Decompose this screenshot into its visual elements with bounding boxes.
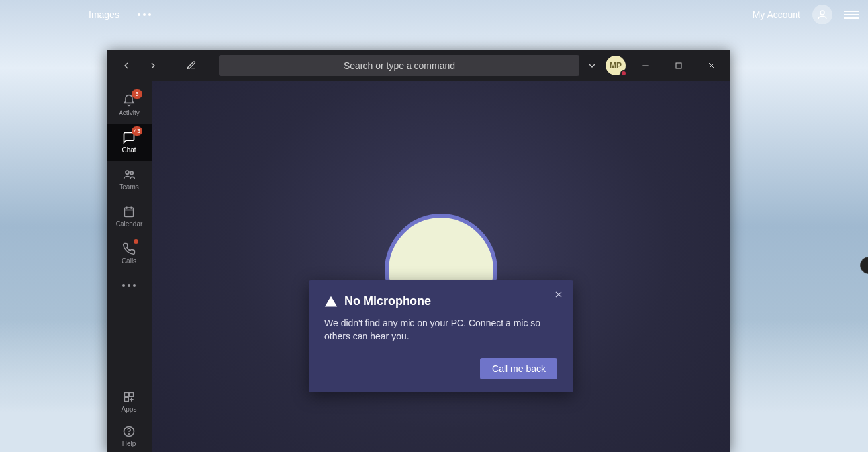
- rail-help-label: Help: [122, 440, 136, 447]
- hamburger-menu-icon[interactable]: [844, 9, 859, 21]
- rail-calendar[interactable]: Calendar: [107, 198, 152, 235]
- maximize-button[interactable]: [665, 55, 692, 76]
- back-button[interactable]: [116, 55, 137, 76]
- svg-rect-12: [130, 392, 134, 396]
- rail-chat-label: Chat: [122, 146, 136, 154]
- rail-more[interactable]: [107, 272, 152, 298]
- call-me-back-button[interactable]: Call me back: [480, 358, 557, 379]
- svg-rect-2: [676, 63, 681, 68]
- minimize-button[interactable]: [632, 55, 659, 76]
- rail-help[interactable]: Help: [107, 420, 152, 452]
- chat-badge: 43: [132, 126, 142, 136]
- svg-point-5: [126, 171, 129, 174]
- svg-point-6: [130, 171, 133, 174]
- app-rail: Activity 5 Chat 43 Teams Calendar Calls: [107, 81, 152, 452]
- profile-initials: MP: [610, 61, 622, 70]
- user-avatar-icon[interactable]: [812, 5, 832, 24]
- activity-badge: 5: [132, 89, 142, 99]
- warning-icon: [324, 295, 338, 308]
- help-icon: [122, 425, 136, 438]
- close-window-button[interactable]: [699, 55, 725, 76]
- rail-chat[interactable]: Chat 43: [107, 124, 152, 161]
- title-bar: Search or type a command MP: [107, 50, 730, 81]
- svg-point-17: [129, 434, 130, 435]
- rail-calls[interactable]: Calls: [107, 235, 152, 272]
- rail-calendar-label: Calendar: [116, 220, 143, 228]
- dialog-title: No Microphone: [344, 294, 431, 308]
- close-icon: [554, 290, 563, 299]
- svg-rect-11: [124, 392, 128, 396]
- my-account-link[interactable]: My Account: [753, 9, 800, 20]
- chevron-down-icon[interactable]: [585, 55, 599, 76]
- apps-icon: [122, 390, 136, 404]
- svg-rect-7: [124, 208, 133, 216]
- dialog-close-button[interactable]: [552, 288, 565, 301]
- rail-teams-label: Teams: [119, 183, 138, 191]
- no-microphone-dialog: No Microphone We didn't find any mic on …: [309, 280, 573, 392]
- calendar-icon: [122, 205, 136, 218]
- forward-button[interactable]: [142, 55, 164, 76]
- presence-busy-icon: [620, 70, 627, 77]
- rail-calls-label: Calls: [122, 257, 136, 265]
- rail-activity-label: Activity: [119, 109, 140, 116]
- calls-badge: [134, 239, 138, 244]
- new-chat-icon[interactable]: [181, 55, 202, 76]
- teams-window: Search or type a command MP: [107, 50, 730, 452]
- svg-rect-13: [124, 398, 128, 402]
- dialog-title-row: No Microphone: [324, 294, 557, 308]
- search-placeholder: Search or type a command: [344, 60, 455, 71]
- profile-avatar[interactable]: MP: [606, 56, 626, 75]
- browser-top-bar: Images My Account: [0, 0, 868, 29]
- rail-apps[interactable]: Apps: [107, 383, 152, 420]
- search-input[interactable]: Search or type a command: [219, 55, 579, 76]
- rail-apps-label: Apps: [122, 406, 137, 413]
- teams-icon: [122, 168, 136, 181]
- dialog-body: We didn't find any mic on your PC. Conne…: [324, 316, 557, 343]
- images-link[interactable]: Images: [89, 9, 119, 20]
- rail-activity[interactable]: Activity 5: [107, 87, 152, 124]
- call-content-area: No Microphone We didn't find any mic on …: [152, 81, 730, 452]
- more-menu-icon[interactable]: [138, 13, 151, 16]
- rail-teams[interactable]: Teams: [107, 161, 152, 198]
- phone-icon: [122, 242, 136, 255]
- svg-point-0: [820, 11, 824, 15]
